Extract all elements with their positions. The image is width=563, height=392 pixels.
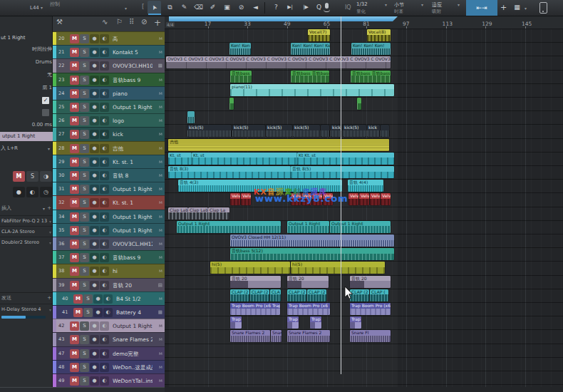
solo-button[interactable]: S xyxy=(80,171,89,180)
snap-toggle-group[interactable]: ⇤⇥ xyxy=(466,0,497,16)
monitor-button[interactable]: ◐ xyxy=(103,308,113,317)
record-arm-button[interactable]: ● xyxy=(90,48,99,57)
solo-button[interactable]: S xyxy=(80,130,89,139)
record-arm-button[interactable]: ● xyxy=(90,349,99,359)
clip[interactable]: Trap Boom Pro (x6 Trap xyxy=(230,303,280,315)
monitor-button[interactable]: ◐ xyxy=(100,48,109,57)
clip[interactable]: Output 1 Right xyxy=(330,221,391,233)
monitor-button[interactable]: ◐ xyxy=(100,103,109,112)
clip[interactable]: 音轨bass 5(12) xyxy=(230,248,394,260)
monitor-button[interactable]: ◐ xyxy=(100,89,109,98)
clip[interactable]: Kt Kt. st xyxy=(297,153,394,165)
chevron-down-icon[interactable]: ▾ xyxy=(525,6,527,11)
monitor-button[interactable]: ◐ xyxy=(100,130,109,139)
monitor-button[interactable]: ◐ xyxy=(100,116,109,125)
monitor-button[interactable]: ◐ xyxy=(100,34,109,43)
clip[interactable] xyxy=(229,98,234,110)
send-slot[interactable]: H-Delay Stereo 4▾ xyxy=(0,304,53,315)
clip[interactable]: CLAP (2 xyxy=(307,289,326,301)
clip[interactable]: Trap Boom Pro (x6 xyxy=(350,303,391,315)
clip[interactable]: Velv xyxy=(230,193,240,205)
solo-button[interactable]: S xyxy=(80,116,89,125)
record-arm-button[interactable]: ● xyxy=(90,130,99,139)
record-arm-button[interactable]: ● xyxy=(90,89,99,98)
solo-button[interactable]: S xyxy=(83,294,93,304)
record-arm-button[interactable]: ● xyxy=(90,335,99,344)
track-row[interactable]: 25MS●◐Output 1 Rightᴍ xyxy=(53,100,165,114)
clip[interactable]: hi(5) xyxy=(210,262,290,274)
track-row[interactable]: 26MS●◐logoᴍ xyxy=(53,113,165,128)
record-arm-button[interactable]: ● xyxy=(90,116,99,125)
clip[interactable]: Velv xyxy=(370,193,380,205)
clip[interactable] xyxy=(357,98,361,110)
timeline-ruler[interactable]: 4/4 173349658197113129145 xyxy=(165,16,563,29)
record-arm-button[interactable]: ● xyxy=(90,253,99,262)
mute-button[interactable]: M xyxy=(70,144,79,153)
track-row[interactable]: 38MS●◐hiᴍ xyxy=(53,264,165,278)
quantize-toggle-button[interactable]: Q xyxy=(312,1,326,14)
mute-button[interactable]: M xyxy=(73,308,83,317)
monitor-button[interactable]: ◐ xyxy=(100,61,109,71)
track-row[interactable]: 34MS●◐Output 1 Rightᴍ xyxy=(53,210,165,224)
solo-button[interactable]: S xyxy=(80,226,89,235)
monitor-button[interactable]: ◐ xyxy=(100,267,109,276)
track-row[interactable]: 32MS●◐Kt. st. 1ᴍ xyxy=(53,195,165,210)
record-arm-button[interactable]: ● xyxy=(90,185,99,194)
clip[interactable]: Clap Lab xyxy=(188,207,208,220)
autoscroll-button[interactable]: |▶ xyxy=(298,1,314,14)
clip[interactable]: kick(5) xyxy=(232,125,265,137)
solo-button[interactable]: S xyxy=(80,281,89,290)
clip[interactable]: Kon! Kon! Kon! xyxy=(351,43,391,55)
solo-button[interactable]: S xyxy=(80,321,89,331)
record-arm-button[interactable]: ● xyxy=(90,103,99,112)
solo-button[interactable]: S xyxy=(80,349,89,359)
monitor-button[interactable]: ◐ xyxy=(100,171,109,180)
mute-button[interactable]: M xyxy=(70,34,79,43)
monitor-button[interactable]: ◐ xyxy=(100,349,109,359)
clip[interactable]: kick(5) xyxy=(187,125,232,137)
solo-button[interactable]: S xyxy=(80,76,89,85)
monitor-button[interactable]: ◐ xyxy=(100,212,109,222)
mute-button[interactable]: M xyxy=(70,185,79,194)
insert-slot[interactable]: Doubler2 Stereo▾ xyxy=(0,237,53,248)
record-arm-button[interactable]: ● xyxy=(90,61,99,71)
record-arm-button[interactable]: ● xyxy=(90,239,99,249)
clip[interactable]: piano(11) xyxy=(230,84,394,96)
layer-dropdown[interactable]: 层 1▾ xyxy=(0,83,61,93)
help-button[interactable]: ? xyxy=(269,1,283,14)
solo-button[interactable]: S xyxy=(80,267,89,276)
mute-button[interactable]: M xyxy=(70,363,79,372)
automation-icon[interactable]: ∿ xyxy=(102,18,108,26)
bypass-icon[interactable]: ⊘ xyxy=(141,18,147,26)
split-tool-button[interactable]: ✎ xyxy=(177,1,191,14)
clip[interactable]: kick(5) xyxy=(266,125,292,137)
device-selector[interactable]: L44 ▾ xyxy=(30,5,43,11)
clip[interactable]: Trap xyxy=(310,316,321,329)
clip[interactable]: Velv xyxy=(348,193,358,205)
mute-button[interactable]: M xyxy=(13,171,25,182)
send-level-slider[interactable] xyxy=(1,316,46,319)
monitor-button[interactable]: ◐ xyxy=(100,185,109,194)
mute-button[interactable]: M xyxy=(73,294,83,304)
monitor-button[interactable]: ◐ xyxy=(100,253,109,262)
clip[interactable]: 吉他 xyxy=(168,139,389,151)
clip[interactable] xyxy=(187,111,195,123)
mute-button[interactable]: M xyxy=(70,335,79,344)
monitor-button[interactable]: ◐ xyxy=(100,226,109,235)
microphone-icon[interactable] xyxy=(325,3,329,9)
monitor-button[interactable]: ◐ xyxy=(100,239,109,249)
clip[interactable]: Output 1 Right xyxy=(177,221,281,233)
record-arm-button[interactable]: ● xyxy=(90,281,99,290)
clip[interactable]: 音轨bass xyxy=(230,71,252,83)
quantize-dropdown[interactable]: 1/32▾ 量化 xyxy=(356,0,391,16)
monitor-button[interactable]: ◐ xyxy=(100,335,109,344)
delay-value[interactable]: 0.00 ms xyxy=(0,120,59,130)
clip[interactable]: Snare Flames 2 xyxy=(230,330,270,342)
clip[interactable]: Trap xyxy=(287,316,299,329)
record-arm-button[interactable]: ● xyxy=(90,158,99,167)
clip[interactable]: OVOV3 Closed HH 12(11) xyxy=(230,234,394,247)
track-row[interactable]: 31MS●◐Output 1 Rightᴍ xyxy=(53,182,165,196)
record-arm-button[interactable]: ● xyxy=(90,321,99,331)
mute-button[interactable]: M xyxy=(70,158,79,167)
clip[interactable]: 音轨 8(5) xyxy=(291,166,394,178)
